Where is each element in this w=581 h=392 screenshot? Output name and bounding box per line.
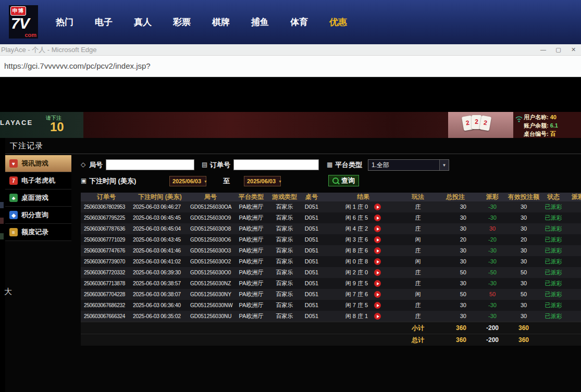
table-number: D051	[300, 223, 324, 234]
user-info-label: 账户余额:	[524, 122, 549, 129]
url-text[interactable]: https://gci.7vvvvvv.com/pc/pcv2/index.js…	[4, 56, 151, 77]
bet-time: 2025-06-03 06:36:40	[132, 300, 188, 311]
play-video-icon[interactable]	[374, 302, 381, 309]
site-logo[interactable]: 申博 7V com	[9, 5, 38, 39]
play-video-icon[interactable]	[374, 204, 381, 210]
spacer-cell	[540, 334, 566, 346]
spacer-cell	[188, 334, 233, 346]
platform-type: PA欧洲厅	[233, 201, 269, 212]
valid-bet: 30	[507, 256, 540, 267]
platform-type-select[interactable]: 1.全部 ▼	[368, 159, 449, 171]
column-header-1: 下注时间 (美东)	[132, 193, 188, 201]
subtotal-valid-bet: 360	[507, 322, 540, 334]
game-type: 百家乐	[269, 267, 300, 278]
chevron-down-icon: ▼	[439, 160, 449, 170]
bet-time: 2025-06-03 06:45:04	[132, 223, 188, 234]
table-number: D051	[300, 311, 324, 322]
order-number-input[interactable]	[233, 159, 319, 170]
game-type: 百家乐	[269, 256, 300, 267]
platform-type: PA欧洲厅	[233, 212, 269, 223]
table-header-row: 订单号下注时间 (美东)局号平台类型游戏类型桌号结果玩法总投注派彩有效投注额状态…	[81, 193, 581, 201]
order-number: 250603067704228	[81, 289, 132, 300]
result-cell: 闲 4 庄 2	[324, 223, 403, 234]
address-bar[interactable]: https://gci.7vvvvvv.com/pc/pcv2/index.js…	[0, 56, 581, 77]
nav-item-4[interactable]: 棋牌	[212, 16, 230, 28]
subtotal-total-bet: 360	[433, 322, 478, 334]
table-row: 2506030677203322025-06-03 06:39:30GD0512…	[81, 267, 581, 278]
payout-value: -30	[478, 201, 507, 212]
sidebar-item-2[interactable]: ♣桌面游戏	[5, 189, 71, 207]
total-bet: 50	[433, 267, 478, 278]
play-video-icon[interactable]	[374, 225, 381, 232]
play-video-icon[interactable]	[374, 236, 381, 243]
play-video-icon[interactable]	[374, 214, 381, 221]
slot-machine-icon: 7	[9, 176, 18, 185]
nav-item-2[interactable]: 真人	[134, 16, 152, 28]
table-row: 2506030677138782025-06-03 06:38:57GD0512…	[81, 278, 581, 289]
table-games-icon: ♣	[9, 194, 18, 202]
status-badge: 已派彩	[540, 300, 566, 311]
sidebar-item-3[interactable]: ◆积分查询	[5, 207, 71, 224]
order-number: 250603067771029	[81, 234, 132, 245]
round-number-input[interactable]	[106, 159, 194, 170]
user-info-line: 用户名称:40	[524, 113, 557, 121]
play-video-icon[interactable]	[374, 313, 381, 320]
result-cell: 闲 6 庄 5	[324, 212, 403, 223]
spacer-cell	[233, 322, 269, 334]
sidebar-item-4[interactable]: ≡额度记录	[5, 224, 71, 241]
play-side: 庄	[403, 201, 433, 212]
screen: 申博 7V com 热门电子真人彩票棋牌捕鱼体育优惠 PlayAce - 个人 …	[0, 0, 581, 392]
play-video-icon[interactable]	[374, 247, 381, 254]
bet-time: 2025-06-03 06:41:02	[132, 256, 188, 267]
minimize-icon[interactable]: —	[536, 44, 551, 55]
sidebar-item-0[interactable]: ♥视讯游戏	[5, 155, 71, 172]
valid-bet: 30	[507, 278, 540, 289]
scene-user-info: 用户名称:40账户余额:6.1桌台编号:百	[513, 112, 581, 138]
close-icon[interactable]: ✕	[566, 44, 581, 55]
valid-bet: 30	[507, 201, 540, 212]
nav-item-6[interactable]: 体育	[290, 16, 308, 28]
background-fragment	[0, 202, 4, 208]
site-top-nav: 申博 7V com 热门电子真人彩票棋牌捕鱼体育优惠	[0, 0, 581, 45]
main-nav: 热门电子真人彩票棋牌捕鱼体育优惠	[56, 0, 347, 44]
sidebar-item-label: 积分查询	[21, 210, 48, 220]
play-video-icon[interactable]	[374, 269, 381, 276]
date-to-select[interactable]: 2025/06/03 ▼	[244, 176, 281, 186]
grand_total-valid-bet: 360	[507, 334, 540, 346]
nav-item-3[interactable]: 彩票	[173, 16, 191, 28]
payout-value: -30	[478, 245, 507, 256]
total-bet: 30	[433, 223, 478, 234]
play-video-icon[interactable]	[374, 280, 381, 287]
table-row: 2506030677876362025-06-03 06:45:04GD0512…	[81, 223, 581, 234]
bet-countdown: 10	[50, 120, 64, 134]
sidebar-item-1[interactable]: 7电子老虎机	[5, 172, 71, 189]
grand_total-label: 总计	[403, 334, 433, 346]
total-bet: 30	[433, 201, 478, 212]
play-video-icon[interactable]	[374, 291, 381, 298]
payout-time	[566, 311, 581, 322]
nav-item-7[interactable]: 优惠	[329, 16, 347, 28]
nav-item-1[interactable]: 电子	[95, 16, 113, 28]
play-side: 庄	[403, 223, 433, 234]
result-cell: 闲 8 庄 1	[324, 311, 403, 322]
spacer-cell	[233, 334, 269, 346]
result-cell: 闲 9 庄 5	[324, 278, 403, 289]
maximize-icon[interactable]: ▢	[551, 44, 566, 55]
search-icon	[332, 178, 339, 184]
result-cell: 闲 1 庄 0	[324, 201, 403, 212]
total-bet: 30	[433, 311, 478, 322]
date-from-select[interactable]: 2025/06/03 ▼	[169, 176, 206, 186]
status-badge: 已派彩	[540, 256, 566, 267]
total-bet: 20	[433, 234, 478, 245]
nav-item-5[interactable]: 捕鱼	[251, 16, 269, 28]
nav-item-0[interactable]: 热门	[56, 16, 73, 28]
play-video-icon[interactable]	[374, 258, 381, 265]
payout-value: -50	[478, 267, 507, 278]
search-button[interactable]: 查询	[328, 175, 359, 186]
status-badge: 已派彩	[540, 245, 566, 256]
column-header-10: 有效投注额	[507, 193, 540, 201]
spacer-cell	[300, 334, 324, 346]
order-number: 250603067739070	[81, 256, 132, 267]
casino-scene: LAYACE 请下注 10 4 808 227 3¥ 222 用户名称:40账户…	[0, 112, 581, 138]
result-text: 闲 2 庄 0	[345, 267, 368, 278]
